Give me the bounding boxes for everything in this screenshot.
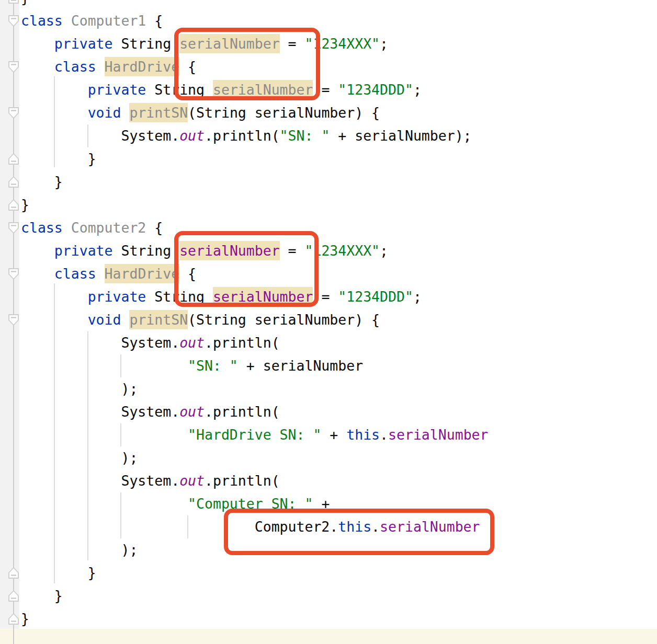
code-token: class bbox=[21, 13, 71, 29]
code-token: "SN: " bbox=[188, 358, 238, 374]
fold-collapse-icon[interactable] bbox=[8, 314, 19, 326]
code-line[interactable]: } bbox=[21, 561, 489, 584]
fold-end-icon[interactable] bbox=[8, 590, 19, 602]
code-editor-window: { "editor": { "language": "java", "color… bbox=[0, 0, 657, 644]
code-token: serialNumber bbox=[388, 427, 488, 443]
code-token: System. bbox=[21, 128, 179, 144]
code-token bbox=[21, 289, 88, 305]
highlighted-token: HardDrive bbox=[105, 266, 180, 282]
code-token: ); bbox=[21, 381, 138, 397]
fold-end-icon[interactable] bbox=[8, 0, 19, 4]
code-token bbox=[21, 427, 188, 443]
code-token bbox=[21, 82, 88, 98]
code-token: Computer2 bbox=[71, 220, 146, 236]
code-token: ; bbox=[380, 243, 388, 259]
code-line[interactable]: System.out.println("SN: " + serialNumber… bbox=[21, 124, 489, 147]
code-token bbox=[21, 59, 54, 75]
code-token bbox=[21, 496, 188, 512]
red-callout-computer2-serialnumber bbox=[174, 231, 319, 307]
code-token: "1234DDD" bbox=[338, 289, 413, 305]
code-token: "1234DDD" bbox=[338, 82, 413, 98]
code-line[interactable]: } bbox=[21, 584, 489, 607]
fold-collapse-icon[interactable] bbox=[8, 107, 19, 119]
code-token: private bbox=[88, 82, 155, 98]
code-line[interactable]: System.out.println( bbox=[21, 469, 489, 492]
code-line[interactable]: void printSN(String serialNumber) { bbox=[21, 308, 489, 331]
code-line[interactable]: "SN: " + serialNumber bbox=[21, 354, 489, 377]
code-token: Computer1 bbox=[71, 13, 146, 29]
code-line[interactable]: System.out.println( bbox=[21, 331, 489, 354]
code-line[interactable]: } bbox=[21, 170, 489, 193]
code-token: + serialNumber bbox=[238, 358, 363, 374]
code-token: } bbox=[21, 588, 63, 604]
code-token: } bbox=[21, 174, 63, 190]
code-token: private bbox=[88, 289, 155, 305]
code-token: { bbox=[146, 220, 163, 236]
code-token: String bbox=[121, 243, 179, 259]
code-token: } bbox=[21, 151, 96, 167]
code-token: ; bbox=[413, 82, 422, 98]
fold-collapse-icon[interactable] bbox=[8, 268, 19, 280]
code-line[interactable]: "HardDrive SN: " + this.serialNumber bbox=[21, 423, 489, 446]
code-token: "HardDrive SN: " bbox=[188, 427, 321, 443]
fold-end-icon[interactable] bbox=[8, 567, 19, 579]
highlighted-token: HardDrive bbox=[105, 59, 180, 75]
code-line[interactable]: ); bbox=[21, 446, 489, 469]
code-line[interactable]: ); bbox=[21, 377, 489, 400]
code-token: .println( bbox=[205, 128, 280, 144]
code-token: System. bbox=[21, 335, 179, 351]
red-callout-qualified-this bbox=[224, 509, 494, 555]
code-token: } bbox=[21, 565, 96, 581]
fold-collapse-icon[interactable] bbox=[8, 222, 19, 234]
code-token: System. bbox=[21, 404, 179, 420]
code-line[interactable]: void printSN(String serialNumber) { bbox=[21, 101, 489, 124]
code-token: } bbox=[21, 611, 29, 627]
code-token: String bbox=[121, 36, 179, 52]
code-token bbox=[21, 36, 54, 52]
fold-end-icon[interactable] bbox=[8, 176, 19, 188]
code-line[interactable]: } bbox=[21, 607, 489, 630]
code-token: . bbox=[380, 427, 388, 443]
fold-end-icon[interactable] bbox=[8, 613, 19, 625]
code-token: (String serialNumber) { bbox=[188, 312, 380, 328]
code-token: out bbox=[179, 404, 205, 420]
code-token: private bbox=[54, 243, 121, 259]
code-token: void bbox=[88, 312, 130, 328]
code-token bbox=[21, 105, 88, 121]
code-token: .println( bbox=[205, 404, 280, 420]
code-token: void bbox=[88, 105, 130, 121]
code-token: private bbox=[54, 36, 121, 52]
code-token: out bbox=[179, 128, 205, 144]
fold-collapse-icon[interactable] bbox=[8, 61, 19, 73]
code-token: this bbox=[346, 427, 380, 443]
fold-collapse-icon[interactable] bbox=[8, 15, 19, 27]
code-token: (String serialNumber) { bbox=[188, 105, 380, 121]
code-token: ; bbox=[380, 36, 388, 52]
code-line[interactable]: } bbox=[21, 147, 489, 170]
code-token: ); bbox=[21, 542, 138, 558]
code-token: out bbox=[179, 335, 205, 351]
code-token: } bbox=[21, 0, 29, 6]
code-token: .println( bbox=[205, 473, 280, 489]
code-token: { bbox=[146, 13, 163, 29]
code-line[interactable]: } bbox=[21, 0, 489, 9]
code-token bbox=[21, 312, 88, 328]
code-token: class bbox=[54, 266, 105, 282]
code-line[interactable]: } bbox=[21, 193, 489, 216]
highlighted-token: printSN bbox=[129, 105, 188, 121]
code-token: } bbox=[21, 197, 29, 213]
code-token: + bbox=[321, 427, 346, 443]
code-line[interactable]: System.out.println( bbox=[21, 400, 489, 423]
code-token bbox=[21, 266, 54, 282]
code-token: out bbox=[179, 473, 205, 489]
code-token: ); bbox=[21, 450, 138, 466]
fold-end-icon[interactable] bbox=[8, 199, 19, 211]
code-token bbox=[21, 358, 188, 374]
code-token: System. bbox=[21, 473, 179, 489]
code-token: class bbox=[21, 220, 71, 236]
code-token: class bbox=[54, 59, 105, 75]
code-token: "SN: " bbox=[280, 128, 330, 144]
fold-end-icon[interactable] bbox=[8, 153, 19, 165]
code-token: + serialNumber); bbox=[330, 128, 471, 144]
highlighted-token: printSN bbox=[129, 312, 188, 328]
